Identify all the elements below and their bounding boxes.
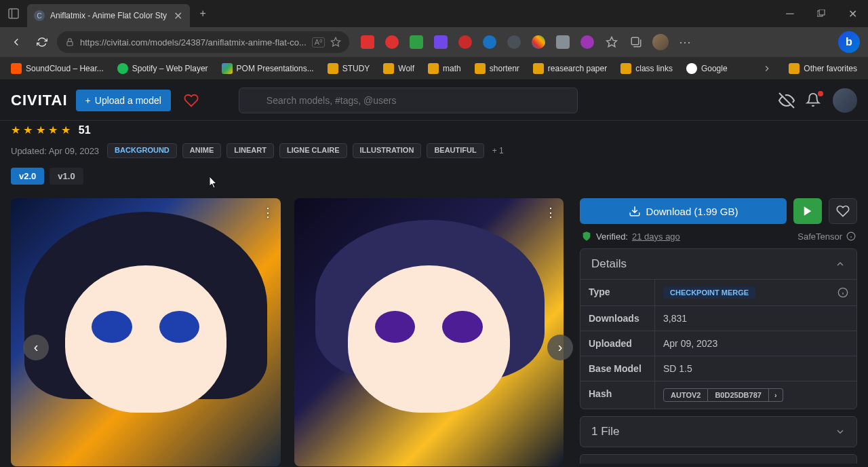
version-tab-v2[interactable]: v2.0 (11, 168, 44, 185)
star-rating: ★ ★ ★ ★ ★ (11, 124, 71, 136)
detail-row-hash: Hash AUTOV2 B0D25DB787 › (580, 381, 856, 409)
detail-row-type: Type CHECKPOINT MERGE (580, 279, 856, 305)
info-icon[interactable] (837, 287, 848, 298)
detail-row-uploaded: Uploaded Apr 09, 2023 (580, 331, 856, 356)
run-button[interactable] (793, 198, 822, 224)
tag-background[interactable]: BACKGROUND (107, 143, 177, 158)
panel-partial (580, 454, 857, 464)
gallery-image[interactable]: ⋮ (294, 198, 564, 466)
profile-icon[interactable] (649, 31, 672, 53)
image-menu-icon[interactable]: ⋮ (545, 205, 557, 220)
extension-icon[interactable] (527, 31, 550, 53)
image-menu-icon[interactable]: ⋮ (262, 205, 274, 220)
svg-marker-5 (331, 37, 340, 46)
extension-icon[interactable] (576, 31, 599, 53)
upload-model-button[interactable]: +Upload a model (76, 90, 171, 111)
tab-close-icon[interactable]: ✕ (172, 10, 183, 21)
svg-rect-3 (819, 10, 825, 15)
bookmarks-bar: SoundCloud – Hear... Spotify – Web Playe… (0, 57, 868, 80)
tab-favicon: C (34, 10, 45, 21)
svg-marker-11 (804, 206, 812, 216)
refresh-button[interactable] (31, 31, 53, 53)
bookmark-item[interactable]: POM Presentations... (216, 60, 319, 77)
extension-icon[interactable] (380, 31, 403, 53)
hash-expand-button[interactable]: › (769, 388, 783, 402)
back-button[interactable] (5, 31, 27, 53)
new-tab-button[interactable]: + (193, 3, 213, 24)
extension-icon[interactable] (405, 31, 428, 53)
extension-icon[interactable] (502, 31, 526, 53)
bookmark-folder[interactable]: math (422, 60, 467, 77)
tag-anime[interactable]: ANIME (182, 143, 221, 158)
collections-icon[interactable] (625, 31, 648, 53)
tag-illustration[interactable]: ILLUSTRATION (353, 143, 422, 158)
chevron-down-icon (835, 426, 846, 437)
bookmark-folder[interactable]: class links (615, 60, 678, 77)
search-input[interactable] (239, 88, 578, 113)
extension-icon[interactable] (551, 31, 574, 53)
url-text: https://civitai.com/models/24387/aniflat… (80, 37, 307, 48)
download-icon (629, 205, 641, 217)
extension-icon[interactable] (429, 31, 452, 53)
files-panel-header[interactable]: 1 File (580, 417, 856, 447)
user-avatar[interactable] (833, 88, 857, 113)
updated-date: Updated: Apr 09, 2023 (11, 146, 99, 156)
info-icon[interactable] (846, 231, 856, 241)
bookmark-item[interactable]: Google (681, 60, 733, 77)
details-panel-header[interactable]: Details (580, 249, 856, 279)
lock-icon (65, 37, 75, 47)
favorites-heart-icon[interactable] (179, 88, 203, 113)
files-panel: 1 File (580, 416, 857, 447)
bookmark-folder[interactable]: STUDY (322, 60, 376, 77)
play-icon (802, 205, 814, 217)
extension-icon[interactable] (478, 31, 501, 53)
bookmark-item[interactable]: SoundCloud – Hear... (5, 60, 109, 77)
svg-rect-4 (67, 41, 73, 45)
bookmark-folder[interactable]: shortenr (469, 60, 525, 77)
tag-lineart[interactable]: LINEART (226, 143, 274, 158)
bookmarks-overflow-icon[interactable] (756, 58, 778, 79)
close-window-button[interactable]: ✕ (837, 0, 868, 27)
tag-ligne-claire[interactable]: LIGNE CLAIRE (279, 143, 347, 158)
extension-icon[interactable] (356, 31, 379, 53)
tab-actions-icon[interactable] (0, 8, 27, 19)
bookmark-folder[interactable]: Wolf (378, 60, 420, 77)
bookmark-item[interactable]: Spotify – Web Player (112, 60, 214, 77)
svg-rect-0 (9, 9, 18, 18)
maximize-button[interactable] (806, 0, 837, 27)
verified-time-link[interactable]: 21 days ago (632, 231, 680, 242)
other-favorites-folder[interactable]: Other favorites (783, 60, 863, 77)
rating-count: 51 (79, 124, 91, 136)
tab-title: Aniflatmix - Anime Flat Color Sty (50, 11, 167, 20)
menu-icon[interactable]: ⋯ (673, 31, 696, 53)
gallery-next-button[interactable]: › (547, 335, 573, 360)
bing-chat-button[interactable]: b (835, 29, 863, 56)
favorites-icon[interactable] (600, 31, 623, 53)
version-tab-v1[interactable]: v1.0 (50, 168, 83, 185)
download-button[interactable]: Download (1.99 GB) (580, 198, 787, 224)
bookmark-folder[interactable]: reasearch paper (528, 60, 612, 77)
chevron-up-icon (835, 259, 846, 269)
detail-row-base-model: Base Model SD 1.5 (580, 356, 856, 381)
safetensor-label: SafeTensor (797, 231, 842, 242)
shield-icon (581, 231, 592, 242)
visibility-icon[interactable] (778, 92, 795, 109)
browser-tab[interactable]: C Aniflatmix - Anime Flat Color Sty ✕ (27, 4, 190, 27)
notifications-icon[interactable] (806, 92, 822, 109)
favorite-button[interactable] (829, 198, 857, 224)
minimize-button[interactable]: ─ (774, 0, 806, 27)
address-bar[interactable]: https://civitai.com/models/24387/aniflat… (57, 31, 349, 53)
gallery-prev-button[interactable]: ‹ (23, 335, 49, 360)
gallery-image[interactable]: ⋮ (11, 198, 281, 466)
extension-icon[interactable] (454, 31, 477, 53)
details-panel: Details Type CHECKPOINT MERGE Downloads … (580, 248, 857, 409)
tag-beautiful[interactable]: BEAUTIFUL (427, 143, 484, 158)
reader-mode-icon[interactable]: A⁰ (312, 37, 325, 48)
type-badge: CHECKPOINT MERGE (663, 286, 755, 299)
favorite-star-icon[interactable] (330, 37, 341, 48)
notification-badge (818, 91, 823, 96)
detail-row-downloads: Downloads 3,831 (580, 305, 856, 331)
site-logo[interactable]: CIVITAI (11, 92, 68, 109)
more-tags-button[interactable]: + 1 (490, 143, 507, 158)
hash-algo: AUTOV2 (663, 388, 708, 402)
